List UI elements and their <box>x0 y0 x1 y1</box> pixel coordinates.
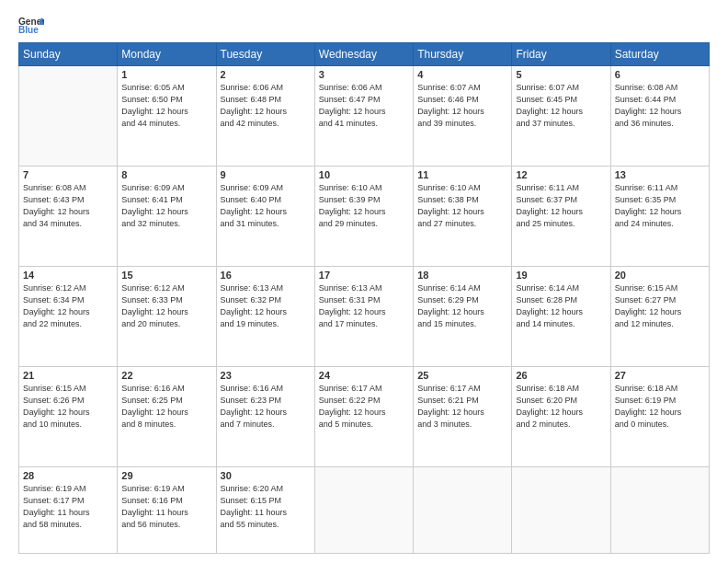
day-info: Sunrise: 6:11 AM Sunset: 6:35 PM Dayligh… <box>615 182 705 230</box>
calendar-cell: 7Sunrise: 6:08 AM Sunset: 6:43 PM Daylig… <box>19 167 118 267</box>
calendar-week-0: 1Sunrise: 6:05 AM Sunset: 6:50 PM Daylig… <box>19 66 710 167</box>
day-number: 29 <box>121 470 211 481</box>
calendar-cell: 28Sunrise: 6:19 AM Sunset: 6:17 PM Dayli… <box>19 467 118 554</box>
day-number: 9 <box>221 169 311 180</box>
day-number: 1 <box>121 69 211 80</box>
calendar-cell <box>512 467 610 554</box>
day-number: 11 <box>417 169 507 180</box>
calendar-cell: 1Sunrise: 6:05 AM Sunset: 6:50 PM Daylig… <box>118 66 216 167</box>
calendar-cell: 19Sunrise: 6:14 AM Sunset: 6:28 PM Dayli… <box>512 267 610 367</box>
day-number: 12 <box>516 169 606 180</box>
weekday-saturday: Saturday <box>610 43 709 66</box>
day-info: Sunrise: 6:08 AM Sunset: 6:43 PM Dayligh… <box>23 182 113 230</box>
day-number: 24 <box>319 370 409 381</box>
calendar-cell <box>314 467 413 554</box>
weekday-tuesday: Tuesday <box>216 43 314 66</box>
logo: General Blue <box>18 15 48 35</box>
day-number: 4 <box>417 69 507 80</box>
day-info: Sunrise: 6:12 AM Sunset: 6:34 PM Dayligh… <box>23 282 113 330</box>
calendar-cell: 24Sunrise: 6:17 AM Sunset: 6:22 PM Dayli… <box>314 367 413 467</box>
calendar-cell: 6Sunrise: 6:08 AM Sunset: 6:44 PM Daylig… <box>610 66 709 167</box>
calendar-cell: 4Sunrise: 6:07 AM Sunset: 6:46 PM Daylig… <box>414 66 512 167</box>
day-info: Sunrise: 6:06 AM Sunset: 6:48 PM Dayligh… <box>221 82 311 130</box>
day-info: Sunrise: 6:12 AM Sunset: 6:33 PM Dayligh… <box>121 282 211 330</box>
weekday-thursday: Thursday <box>414 43 512 66</box>
day-number: 5 <box>516 69 606 80</box>
day-info: Sunrise: 6:16 AM Sunset: 6:25 PM Dayligh… <box>121 383 211 431</box>
day-info: Sunrise: 6:18 AM Sunset: 6:19 PM Dayligh… <box>615 383 705 431</box>
day-info: Sunrise: 6:18 AM Sunset: 6:20 PM Dayligh… <box>516 383 606 431</box>
day-number: 27 <box>615 370 705 381</box>
day-number: 22 <box>121 370 211 381</box>
calendar-cell: 26Sunrise: 6:18 AM Sunset: 6:20 PM Dayli… <box>512 367 610 467</box>
day-info: Sunrise: 6:10 AM Sunset: 6:38 PM Dayligh… <box>417 182 507 230</box>
calendar-table: SundayMondayTuesdayWednesdayThursdayFrid… <box>18 42 710 554</box>
day-info: Sunrise: 6:14 AM Sunset: 6:29 PM Dayligh… <box>417 282 507 330</box>
calendar-cell <box>610 467 709 554</box>
day-info: Sunrise: 6:08 AM Sunset: 6:44 PM Dayligh… <box>615 82 705 130</box>
calendar-cell: 30Sunrise: 6:20 AM Sunset: 6:15 PM Dayli… <box>216 467 314 554</box>
day-number: 6 <box>615 69 705 80</box>
calendar-cell: 23Sunrise: 6:16 AM Sunset: 6:23 PM Dayli… <box>216 367 314 467</box>
day-number: 13 <box>615 169 705 180</box>
day-info: Sunrise: 6:09 AM Sunset: 6:40 PM Dayligh… <box>221 182 311 230</box>
calendar-cell: 3Sunrise: 6:06 AM Sunset: 6:47 PM Daylig… <box>314 66 413 167</box>
day-info: Sunrise: 6:05 AM Sunset: 6:50 PM Dayligh… <box>121 82 211 130</box>
calendar-cell: 20Sunrise: 6:15 AM Sunset: 6:27 PM Dayli… <box>610 267 709 367</box>
day-number: 20 <box>615 270 705 281</box>
calendar-week-4: 28Sunrise: 6:19 AM Sunset: 6:17 PM Dayli… <box>19 467 710 554</box>
day-number: 30 <box>221 470 311 481</box>
day-number: 21 <box>23 370 113 381</box>
day-info: Sunrise: 6:17 AM Sunset: 6:22 PM Dayligh… <box>319 383 409 431</box>
day-info: Sunrise: 6:19 AM Sunset: 6:16 PM Dayligh… <box>121 483 211 531</box>
day-info: Sunrise: 6:19 AM Sunset: 6:17 PM Dayligh… <box>23 483 113 531</box>
weekday-header-row: SundayMondayTuesdayWednesdayThursdayFrid… <box>19 43 710 66</box>
day-info: Sunrise: 6:20 AM Sunset: 6:15 PM Dayligh… <box>221 483 311 531</box>
day-number: 28 <box>23 470 113 481</box>
logo-icon: General Blue <box>18 15 44 35</box>
calendar-cell: 2Sunrise: 6:06 AM Sunset: 6:48 PM Daylig… <box>216 66 314 167</box>
weekday-friday: Friday <box>512 43 610 66</box>
calendar-cell: 25Sunrise: 6:17 AM Sunset: 6:21 PM Dayli… <box>414 367 512 467</box>
calendar-cell: 8Sunrise: 6:09 AM Sunset: 6:41 PM Daylig… <box>118 167 216 267</box>
day-number: 18 <box>417 270 507 281</box>
day-info: Sunrise: 6:07 AM Sunset: 6:45 PM Dayligh… <box>516 82 606 130</box>
day-info: Sunrise: 6:13 AM Sunset: 6:32 PM Dayligh… <box>221 282 311 330</box>
day-number: 10 <box>319 169 409 180</box>
calendar-cell: 5Sunrise: 6:07 AM Sunset: 6:45 PM Daylig… <box>512 66 610 167</box>
calendar-cell: 18Sunrise: 6:14 AM Sunset: 6:29 PM Dayli… <box>414 267 512 367</box>
day-info: Sunrise: 6:11 AM Sunset: 6:37 PM Dayligh… <box>516 182 606 230</box>
day-info: Sunrise: 6:09 AM Sunset: 6:41 PM Dayligh… <box>121 182 211 230</box>
day-info: Sunrise: 6:17 AM Sunset: 6:21 PM Dayligh… <box>417 383 507 431</box>
weekday-sunday: Sunday <box>19 43 118 66</box>
header: General Blue <box>18 15 710 35</box>
calendar-cell: 16Sunrise: 6:13 AM Sunset: 6:32 PM Dayli… <box>216 267 314 367</box>
day-info: Sunrise: 6:15 AM Sunset: 6:26 PM Dayligh… <box>23 383 113 431</box>
calendar-cell <box>414 467 512 554</box>
calendar-week-3: 21Sunrise: 6:15 AM Sunset: 6:26 PM Dayli… <box>19 367 710 467</box>
day-number: 8 <box>121 169 211 180</box>
svg-text:Blue: Blue <box>18 25 39 35</box>
day-number: 26 <box>516 370 606 381</box>
day-number: 15 <box>121 270 211 281</box>
calendar-cell: 22Sunrise: 6:16 AM Sunset: 6:25 PM Dayli… <box>118 367 216 467</box>
calendar-week-1: 7Sunrise: 6:08 AM Sunset: 6:43 PM Daylig… <box>19 167 710 267</box>
calendar-cell <box>19 66 118 167</box>
calendar-cell: 9Sunrise: 6:09 AM Sunset: 6:40 PM Daylig… <box>216 167 314 267</box>
calendar-week-2: 14Sunrise: 6:12 AM Sunset: 6:34 PM Dayli… <box>19 267 710 367</box>
day-number: 23 <box>221 370 311 381</box>
calendar-cell: 27Sunrise: 6:18 AM Sunset: 6:19 PM Dayli… <box>610 367 709 467</box>
weekday-monday: Monday <box>118 43 216 66</box>
calendar-cell: 21Sunrise: 6:15 AM Sunset: 6:26 PM Dayli… <box>19 367 118 467</box>
calendar-cell: 11Sunrise: 6:10 AM Sunset: 6:38 PM Dayli… <box>414 167 512 267</box>
day-number: 16 <box>221 270 311 281</box>
calendar-cell: 17Sunrise: 6:13 AM Sunset: 6:31 PM Dayli… <box>314 267 413 367</box>
calendar-cell: 12Sunrise: 6:11 AM Sunset: 6:37 PM Dayli… <box>512 167 610 267</box>
calendar-cell: 14Sunrise: 6:12 AM Sunset: 6:34 PM Dayli… <box>19 267 118 367</box>
day-info: Sunrise: 6:16 AM Sunset: 6:23 PM Dayligh… <box>221 383 311 431</box>
calendar-cell: 13Sunrise: 6:11 AM Sunset: 6:35 PM Dayli… <box>610 167 709 267</box>
day-number: 19 <box>516 270 606 281</box>
day-info: Sunrise: 6:06 AM Sunset: 6:47 PM Dayligh… <box>319 82 409 130</box>
day-info: Sunrise: 6:15 AM Sunset: 6:27 PM Dayligh… <box>615 282 705 330</box>
day-number: 25 <box>417 370 507 381</box>
